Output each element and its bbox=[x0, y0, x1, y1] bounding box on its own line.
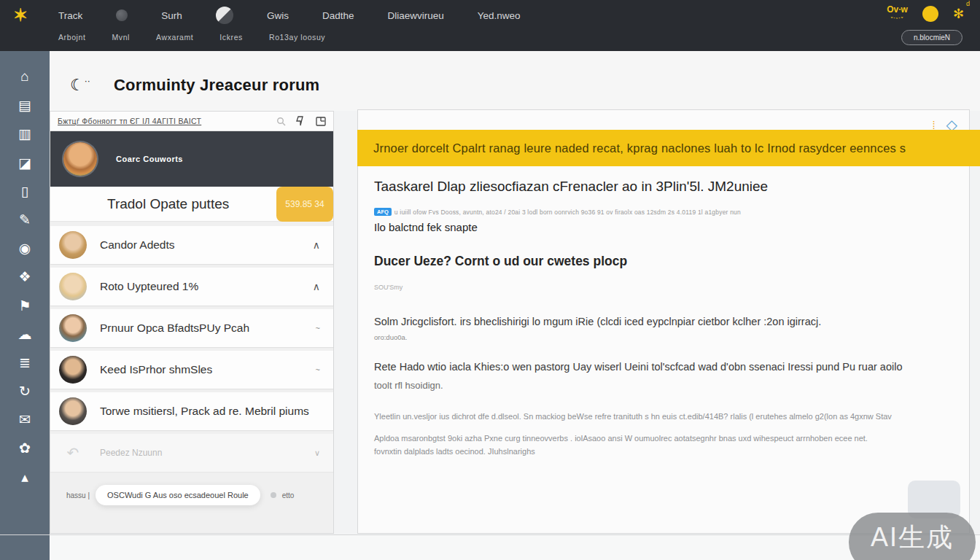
swipe-hand-icon: ↶ bbox=[59, 444, 87, 462]
eject-icon[interactable]: ▴ bbox=[0, 469, 50, 497]
pinned-topic-row[interactable]: Tradol Opate puttes 539.85 34 bbox=[50, 187, 333, 222]
community-side-panel: Бжтцѓ Фбоняогт тп ЄГ ІЛ 4АГІТІ ВАІСТ Coa… bbox=[50, 111, 334, 534]
list-icon[interactable]: ▥ bbox=[0, 125, 50, 154]
pets-icon[interactable]: ✿ bbox=[0, 440, 50, 468]
mail-icon[interactable]: ✉ bbox=[0, 411, 50, 440]
search-icon[interactable] bbox=[276, 117, 286, 126]
toast-pill-button[interactable]: OSCWudi G Aus oso ecsadeouel Roule bbox=[96, 485, 260, 505]
nav-item-gwis[interactable]: Gwis bbox=[267, 10, 289, 21]
page-header: ☾·· Cormuinty Jreaceur rorum bbox=[50, 51, 980, 111]
paragraph-1: Solm Jricgclisfort. irs bheclishirigi lo… bbox=[374, 316, 821, 327]
chevron-up-icon[interactable]: ∧ bbox=[313, 281, 320, 292]
community-avatar bbox=[63, 142, 97, 176]
refresh-icon[interactable]: ↻ bbox=[0, 383, 50, 411]
ai-watermark: AI生成 bbox=[849, 513, 976, 560]
filter-links[interactable]: Бжтцѓ Фбоняогт тп ЄГ ІЛ 4АГІТІ ВАІСТ bbox=[58, 117, 276, 125]
nav-item-track[interactable]: Track bbox=[58, 10, 82, 21]
section-small-label: SOU'Smy bbox=[374, 284, 402, 291]
announcement-banner[interactable]: Jrnoer dorcelt Cpalrt ranag leure naded … bbox=[357, 130, 980, 166]
globe-icon[interactable]: ◉ bbox=[0, 240, 50, 268]
paragraph-2-sub: toolt rfl hsoidign. bbox=[374, 380, 443, 391]
moon-logo-icon: ☾·· bbox=[70, 76, 90, 95]
brand-logo-icon[interactable]: ✶ bbox=[13, 7, 28, 24]
filter-icon[interactable] bbox=[296, 116, 306, 126]
profile-button[interactable]: n.blocmieN bbox=[901, 30, 962, 45]
chevron-up-icon[interactable]: ∧ bbox=[313, 239, 320, 251]
thread-row-peedez[interactable]: ↶ Peedez Nzuunn ∨ bbox=[50, 434, 333, 472]
toast-dot-icon bbox=[271, 492, 276, 498]
notes-icon[interactable]: ≣ bbox=[0, 354, 50, 383]
user-avatar bbox=[59, 231, 87, 259]
filter-actions bbox=[276, 116, 326, 126]
chevron-down-icon[interactable]: ∨ bbox=[314, 448, 320, 458]
thread-row-roto[interactable]: Roto Uypteured 1% ∧ bbox=[50, 268, 333, 306]
cloud-icon[interactable]: ☁ bbox=[0, 326, 50, 354]
user-avatar bbox=[59, 314, 87, 342]
status-subtext: ᵛ·ᵕ·ᵛ bbox=[887, 14, 908, 22]
announcement-text: Jrnoer dorcelt Cpalrt ranag leure naded … bbox=[373, 141, 906, 155]
nav-primary-row: ✶ Track Surh Gwis Dadthe Dliaewvirueu Ye… bbox=[13, 7, 554, 24]
sparkle-badge: d bbox=[966, 0, 970, 7]
bottom-strip bbox=[50, 535, 980, 560]
top-navigation: ✶ Track Surh Gwis Dadthe Dliaewvirueu Ye… bbox=[0, 0, 980, 51]
nav-right-cluster: Ov∙w ᵛ·ᵕ·ᵛ ✻ d bbox=[887, 6, 964, 22]
thread-row-torwe[interactable]: Torwe msitiersl, Prack ad re. Mebril piu… bbox=[50, 392, 333, 430]
edit-icon[interactable]: ✎ bbox=[0, 211, 50, 240]
image-icon[interactable]: ◪ bbox=[0, 155, 50, 183]
thread-label: Peedez Nzuunn bbox=[100, 448, 308, 458]
document-icon[interactable]: ▯ bbox=[0, 183, 50, 211]
price-badge[interactable]: 539.85 34 bbox=[276, 187, 333, 222]
apps-icon[interactable]: ❖ bbox=[0, 268, 50, 297]
user-avatar bbox=[59, 397, 87, 425]
user-avatar bbox=[59, 356, 87, 384]
home-icon[interactable]: ⌂ bbox=[0, 69, 50, 97]
thread-list: Candor Adedts ∧ Roto Uypteured 1% ∧ Prnu… bbox=[50, 222, 333, 472]
sparkle-glyph: ✻ bbox=[953, 7, 964, 21]
nav-item-yednweo[interactable]: Yed.nweo bbox=[478, 10, 521, 21]
nav-secondary-row: Arbojnt Mvnl Awxaramt Ickres Ro13ay loos… bbox=[58, 33, 325, 42]
user-avatar bbox=[59, 273, 87, 300]
thread-label: Roto Uypteured 1% bbox=[100, 280, 307, 293]
tilde-icon: ~ bbox=[316, 365, 320, 374]
nav-avatar-icon[interactable] bbox=[216, 7, 233, 24]
article-meta: AFQ u iuiill ofow Fvs Dooss, avuntn, ato… bbox=[374, 208, 741, 216]
tilde-icon: ~ bbox=[316, 324, 320, 332]
moon-glyph: ☾ bbox=[70, 76, 85, 94]
toast-suffix: etto bbox=[282, 491, 295, 499]
paragraph-1-sub: oro:duo0a. bbox=[374, 333, 407, 341]
nav-item-mvnl[interactable]: Mvnl bbox=[112, 33, 130, 42]
paragraph-3-line2: Apldoa msaronbgtst 9oki azha Pxne curg t… bbox=[374, 434, 868, 443]
toast-label: hassu | bbox=[66, 491, 90, 499]
nav-item-arbojnt[interactable]: Arbojnt bbox=[58, 33, 85, 42]
meta-badge[interactable]: AFQ bbox=[374, 208, 392, 216]
panel-filter-bar: Бжтцѓ Фбоняогт тп ЄГ ІЛ 4АГІТІ ВАІСТ bbox=[50, 112, 333, 131]
thread-row-candor[interactable]: Candor Adedts ∧ bbox=[50, 226, 333, 264]
article-title: Taaskarel Dlap zliesocfiazan cFrenacler … bbox=[374, 179, 768, 195]
thread-label: Candor Adedts bbox=[100, 238, 307, 252]
community-header[interactable]: Coarc Couworts bbox=[50, 131, 333, 187]
paragraph-2: Rete Hado wtio iacla Khies:o wen pastorg… bbox=[374, 361, 902, 373]
nav-item-ro13ay[interactable]: Ro13ay loosuy bbox=[269, 33, 325, 42]
thread-label: Keed IsPrhor shmSles bbox=[100, 363, 310, 376]
status-indicator[interactable]: Ov∙w ᵛ·ᵕ·ᵛ bbox=[887, 6, 908, 22]
expand-window-icon[interactable] bbox=[316, 117, 326, 126]
moon-dots: ·· bbox=[85, 76, 90, 86]
bottom-divider bbox=[0, 534, 980, 535]
flag-icon[interactable]: ⚑ bbox=[0, 298, 50, 326]
nav-orb-icon[interactable] bbox=[116, 9, 128, 21]
thread-label: Torwe msitiersl, Prack ad re. Mebril piu… bbox=[100, 405, 320, 418]
nav-item-dadthe[interactable]: Dadthe bbox=[322, 10, 354, 21]
page-title: Cormuinty Jreaceur rorum bbox=[114, 76, 319, 95]
thread-row-prnuur[interactable]: Prnuur Opca BfadtsPUy Pcah ~ bbox=[50, 309, 333, 347]
meta-text: u iuiill ofow Fvs Dooss, avuntn, ato24 /… bbox=[394, 209, 741, 216]
nav-item-dliaewvirueu[interactable]: Dliaewvirueu bbox=[387, 10, 443, 21]
sparkle-icon[interactable]: ✻ d bbox=[953, 6, 964, 22]
notification-dot-icon[interactable] bbox=[922, 6, 938, 22]
pinned-topic-title: Tradol Opate puttes bbox=[107, 196, 229, 212]
inbox-icon[interactable]: ▤ bbox=[0, 97, 50, 125]
thread-row-keed[interactable]: Keed IsPrhor shmSles ~ bbox=[50, 351, 333, 389]
nav-item-awxaramt[interactable]: Awxaramt bbox=[156, 33, 193, 42]
paragraph-3-line3: fovnxtin dalplads ladts oecinod. JIuhsln… bbox=[374, 447, 535, 456]
nav-item-surh[interactable]: Surh bbox=[161, 10, 182, 21]
nav-item-ickres[interactable]: Ickres bbox=[219, 33, 243, 42]
